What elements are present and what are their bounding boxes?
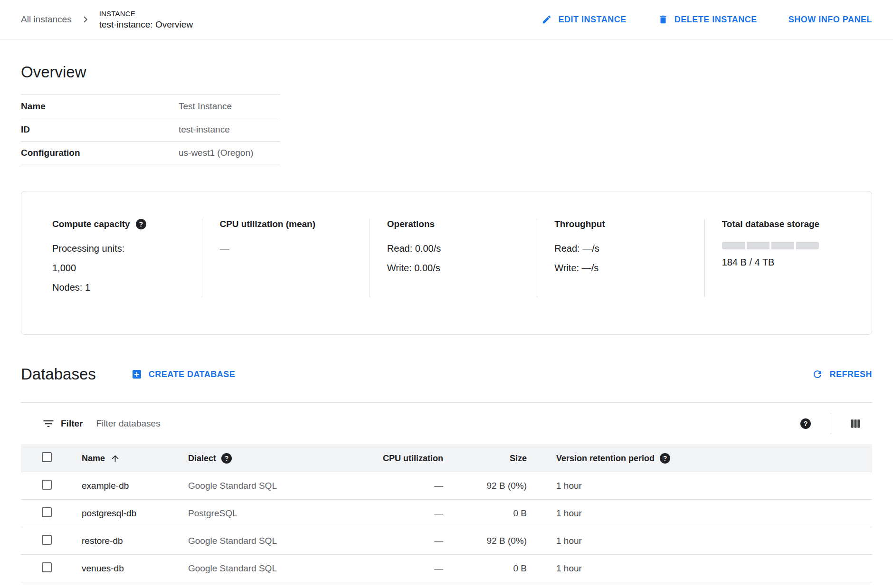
sort-ascending-icon (110, 454, 120, 464)
metric-title: Operations (387, 219, 435, 229)
breadcrumb-all-instances[interactable]: All instances (21, 14, 72, 25)
database-cpu: — (331, 555, 443, 582)
metric-cpu-utilization: CPU utilization (mean) — (202, 219, 369, 297)
select-all-checkbox[interactable] (42, 452, 52, 462)
detail-label: ID (21, 124, 179, 135)
instance-details-table: Name Test Instance ID test-instance Conf… (21, 95, 280, 164)
database-cpu: — (331, 500, 443, 527)
metric-value: Write: —/s (554, 258, 691, 278)
page-title: test-instance: Overview (99, 19, 193, 30)
show-info-panel-button[interactable]: SHOW INFO PANEL (788, 15, 872, 25)
metric-operations: Operations Read: 0.00/s Write: 0.00/s (370, 219, 537, 297)
help-icon[interactable] (221, 453, 232, 464)
table-header-row: Name Dialect CPU utilization Siz (21, 445, 872, 472)
column-header-size[interactable]: Size (443, 445, 527, 472)
edit-instance-button[interactable]: EDIT INSTANCE (542, 14, 626, 25)
databases-header: Databases CREATE DATABASE REFRESH (21, 365, 872, 383)
metric-value: Write: 0.00/s (387, 258, 523, 278)
database-name-link[interactable]: restore-db (79, 527, 188, 555)
delete-instance-label: DELETE INSTANCE (674, 15, 757, 25)
database-cpu: — (331, 472, 443, 500)
row-checkbox[interactable] (42, 535, 52, 545)
database-dialect: Google Standard SQL (188, 555, 331, 582)
metric-title: Throughput (554, 219, 605, 229)
breadcrumb: All instances INSTANCE test-instance: Ov… (21, 9, 193, 30)
database-cpu: — (331, 527, 443, 555)
header-actions: EDIT INSTANCE DELETE INSTANCE SHOW INFO … (542, 14, 872, 25)
table-row: restore-db Google Standard SQL — 92 B (0… (21, 527, 872, 555)
database-retention: 1 hour (527, 527, 872, 555)
filter-icon (42, 417, 55, 430)
detail-row-id: ID test-instance (21, 118, 280, 141)
table-row: postgresql-db PostgreSQL — 0 B 1 hour (21, 500, 872, 527)
metric-value: 1,000 (52, 258, 189, 278)
database-name-link[interactable]: example-db (79, 472, 188, 500)
row-checkbox[interactable] (42, 480, 52, 490)
chevron-right-icon (79, 13, 92, 26)
detail-value: us-west1 (Oregon) (179, 148, 253, 158)
create-database-label: CREATE DATABASE (149, 370, 236, 379)
delete-instance-button[interactable]: DELETE INSTANCE (658, 14, 757, 25)
help-icon[interactable] (136, 219, 146, 229)
refresh-button[interactable]: REFRESH (812, 369, 872, 380)
table-row: venues-db Google Standard SQL — 0 B 1 ho… (21, 555, 872, 582)
overview-title: Overview (21, 63, 872, 81)
refresh-label: REFRESH (829, 370, 872, 379)
filter-menu-button[interactable]: Filter (61, 418, 83, 429)
row-checkbox[interactable] (42, 562, 52, 572)
metric-compute-capacity: Compute capacity Processing units: 1,000… (21, 219, 202, 297)
help-icon[interactable] (660, 453, 670, 464)
metric-value: — (219, 239, 356, 258)
database-name-link[interactable]: venues-db (79, 555, 188, 582)
create-database-button[interactable]: CREATE DATABASE (131, 369, 236, 380)
metric-throughput: Throughput Read: —/s Write: —/s (537, 219, 704, 297)
storage-bar-segment (747, 242, 770, 249)
column-display-options-icon[interactable] (849, 417, 862, 430)
database-retention: 1 hour (527, 472, 872, 500)
filter-databases-input[interactable] (96, 418, 800, 429)
databases-table-section: Filter Name (21, 402, 872, 582)
database-retention: 1 hour (527, 500, 872, 527)
metric-value: Nodes: 1 (52, 278, 189, 297)
filter-toolbar: Filter (21, 402, 872, 445)
detail-label: Configuration (21, 148, 179, 158)
database-size: 0 B (443, 500, 527, 527)
database-size: 92 B (0%) (443, 527, 527, 555)
pencil-icon (542, 14, 552, 25)
column-header-dialect[interactable]: Dialect (188, 445, 331, 472)
trash-icon (658, 14, 668, 25)
row-checkbox[interactable] (42, 507, 52, 517)
metric-value: Processing units: (52, 239, 189, 258)
database-dialect: Google Standard SQL (188, 472, 331, 500)
database-size: 0 B (443, 555, 527, 582)
instance-eyebrow: INSTANCE (99, 9, 193, 18)
detail-value: Test Instance (179, 101, 232, 112)
metric-value: Read: 0.00/s (387, 239, 523, 258)
column-header-name[interactable]: Name (79, 445, 188, 472)
detail-row-name: Name Test Instance (21, 95, 280, 118)
metric-title: Compute capacity (52, 219, 130, 229)
refresh-icon (812, 369, 823, 380)
show-info-panel-label: SHOW INFO PANEL (788, 15, 872, 25)
metric-total-storage: Total database storage 184 B / 4 TB (704, 219, 872, 297)
metric-title: CPU utilization (mean) (219, 219, 315, 229)
database-name-link[interactable]: postgresql-db (79, 500, 188, 527)
detail-row-configuration: Configuration us-west1 (Oregon) (21, 141, 280, 164)
table-row: example-db Google Standard SQL — 92 B (0… (21, 472, 872, 500)
instance-header: All instances INSTANCE test-instance: Ov… (0, 0, 893, 39)
column-header-retention[interactable]: Version retention period (527, 445, 872, 472)
database-size: 92 B (0%) (443, 472, 527, 500)
databases-title: Databases (21, 365, 96, 383)
instance-metrics-card: Compute capacity Processing units: 1,000… (21, 191, 872, 335)
metric-value: Read: —/s (554, 239, 691, 258)
column-header-cpu[interactable]: CPU utilization (331, 445, 443, 472)
storage-usage-bar (722, 242, 858, 249)
help-icon[interactable] (800, 418, 811, 429)
toolbar-divider (831, 413, 831, 434)
detail-label: Name (21, 101, 179, 112)
storage-bar-segment (796, 242, 819, 249)
storage-bar-segment (722, 242, 745, 249)
database-dialect: PostgreSQL (188, 500, 331, 527)
metric-title: Total database storage (722, 219, 820, 229)
main-content: Overview Name Test Instance ID test-inst… (0, 63, 893, 582)
